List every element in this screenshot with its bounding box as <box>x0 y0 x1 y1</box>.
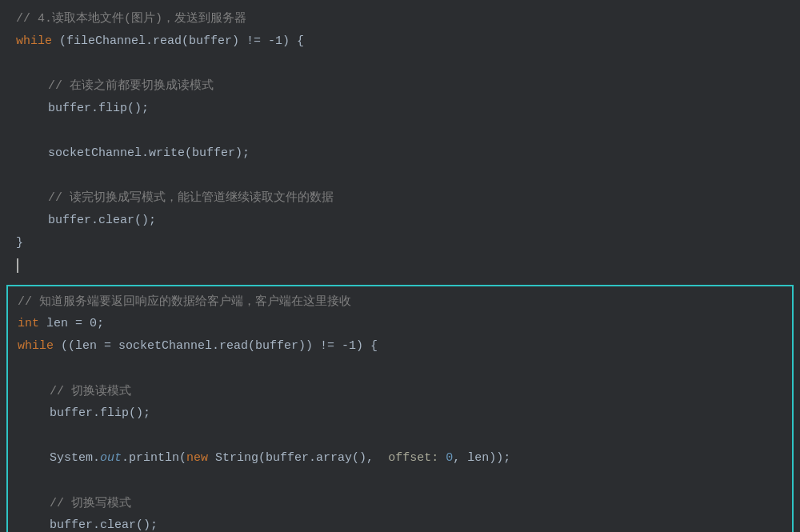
hl-code-3: buffer.flip(); <box>50 406 150 420</box>
hl-code-4b: out <box>100 451 122 465</box>
code-line-8 <box>0 165 800 187</box>
hl-line-4 <box>8 357 792 379</box>
hl-code-4e <box>374 451 388 465</box>
hl-line-11: buffer.clear(); <box>8 514 792 532</box>
hl-param-label: offset: <box>388 451 438 465</box>
hl-line-2: int len = 0; <box>8 312 792 334</box>
hl-line-9 <box>8 469 792 491</box>
keyword-int: int <box>18 317 39 330</box>
hl-comment-3: // 切换写模式 <box>50 495 131 510</box>
hl-comment-1: // 知道服务端要返回响应的数据给客户端，客户端在这里接收 <box>18 294 351 309</box>
hl-kw-new: new <box>186 451 208 465</box>
hl-code-4d: String(buffer.array(), <box>208 451 374 465</box>
hl-line-1: // 知道服务端要返回响应的数据给客户端，客户端在这里接收 <box>8 290 792 312</box>
comment-text-1: // 4.读取本地文件(图片)，发送到服务器 <box>16 8 246 30</box>
comment-text-2: // 在读之前都要切换成读模式 <box>48 75 214 98</box>
upper-code-block: // 4.读取本地文件(图片)，发送到服务器 while (fileChanne… <box>0 0 800 285</box>
hl-code-1: len = 0; <box>39 317 104 330</box>
text-cursor <box>17 258 18 273</box>
code-line-10: buffer.clear(); <box>0 210 800 232</box>
code-line-7: socketChannel.write(buffer); <box>0 142 800 165</box>
keyword-while-2: while <box>18 339 54 353</box>
code-line-2: while (fileChannel.read(buffer) != -1) { <box>0 30 800 53</box>
hl-code-5: buffer.clear(); <box>50 518 158 532</box>
hl-line-8: System.out.println(new String(buffer.arr… <box>8 446 792 469</box>
code-normal-2: buffer.flip(); <box>48 98 149 120</box>
code-line-9: // 读完切换成写模式，能让管道继续读取文件的数据 <box>0 187 800 210</box>
code-line-5: buffer.flip(); <box>0 98 800 120</box>
code-line-12 <box>0 254 800 277</box>
code-line-4: // 在读之前都要切换成读模式 <box>0 75 800 98</box>
hl-line-5: // 切换读模式 <box>8 379 792 402</box>
code-line-6 <box>0 120 800 142</box>
hl-code-4f: , len)); <box>453 451 510 465</box>
code-normal-1: (fileChannel.read(buffer) != -1) { <box>52 30 304 53</box>
hl-number-0: 0 <box>438 451 453 465</box>
code-line-11: } <box>0 232 800 254</box>
keyword-while-1: while <box>16 30 52 53</box>
hl-code-2: ((len = socketChannel.read(buffer)) != -… <box>54 339 378 353</box>
hl-line-6: buffer.flip(); <box>8 402 792 424</box>
hl-line-10: // 切换写模式 <box>8 491 792 514</box>
hl-line-7 <box>8 424 792 446</box>
code-normal-3: socketChannel.write(buffer); <box>48 142 250 165</box>
hl-comment-2: // 切换读模式 <box>50 383 131 398</box>
hl-code-4c: .println( <box>122 451 186 465</box>
code-normal-4: buffer.clear(); <box>48 210 156 232</box>
code-editor: // 4.读取本地文件(图片)，发送到服务器 while (fileChanne… <box>0 0 800 532</box>
hl-line-3: while ((len = socketChannel.read(buffer)… <box>8 334 792 357</box>
code-line-1: // 4.读取本地文件(图片)，发送到服务器 <box>0 8 800 30</box>
brace-close-1: } <box>16 232 23 254</box>
hl-code-4a: System. <box>50 451 100 465</box>
comment-text-3: // 读完切换成写模式，能让管道继续读取文件的数据 <box>48 187 334 210</box>
code-line-3 <box>0 53 800 75</box>
highlighted-code-section: // 知道服务端要返回响应的数据给客户端，客户端在这里接收 int len = … <box>6 285 794 532</box>
